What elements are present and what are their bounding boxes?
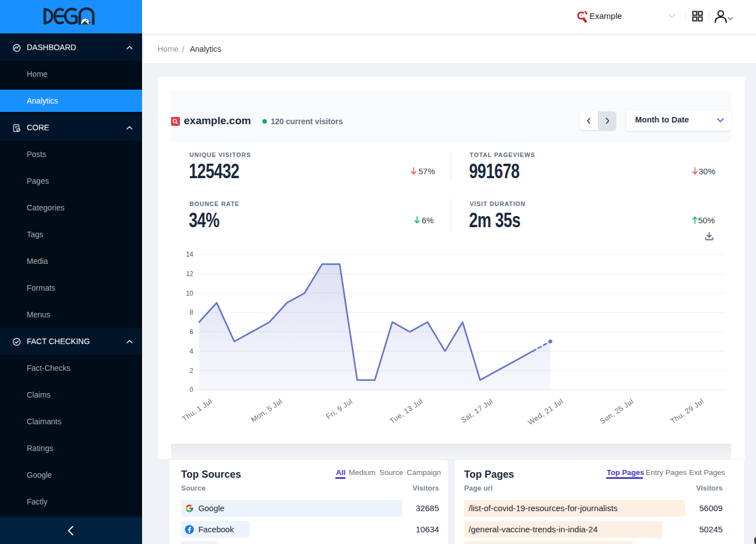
svg-text:Wed, 21 Jul: Wed, 21 Jul	[526, 397, 565, 427]
svg-text:Thu, 29 Jul: Thu, 29 Jul	[669, 397, 705, 425]
svg-text:14: 14	[186, 251, 194, 258]
svg-text:Tue, 13 Jul: Tue, 13 Jul	[388, 397, 424, 425]
svg-text:4: 4	[189, 347, 193, 355]
svg-text:0: 0	[189, 386, 193, 394]
svg-text:6: 6	[189, 328, 193, 336]
svg-text:Thu, 1 Jul: Thu, 1 Jul	[181, 397, 213, 423]
svg-text:8: 8	[189, 308, 193, 316]
svg-text:10: 10	[186, 290, 194, 297]
svg-text:Sun, 25 Jul: Sun, 25 Jul	[598, 397, 635, 425]
svg-text:12: 12	[186, 270, 194, 278]
svg-text:2: 2	[189, 367, 193, 375]
svg-text:Fri, 9 Jul: Fri, 9 Jul	[324, 397, 354, 421]
svg-text:Sat, 17 Jul: Sat, 17 Jul	[460, 397, 495, 424]
svg-text:Mon, 5 Jul: Mon, 5 Jul	[250, 397, 284, 424]
